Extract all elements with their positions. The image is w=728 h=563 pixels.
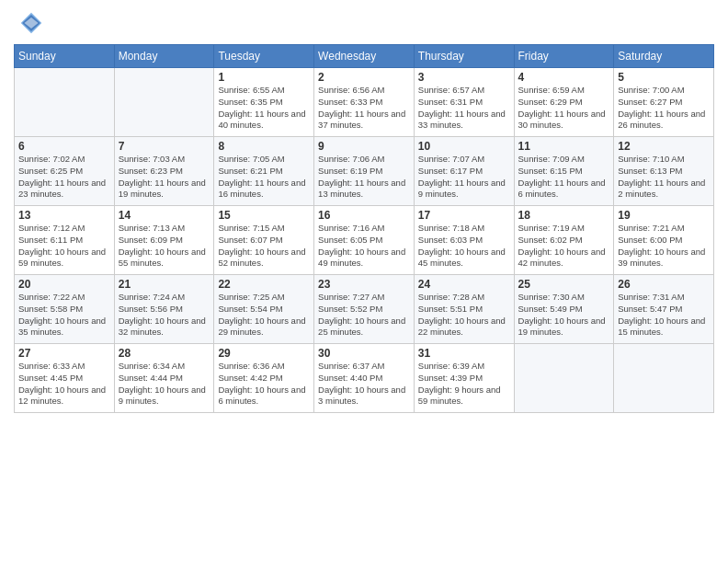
day-header-thursday: Thursday	[414, 45, 514, 68]
calendar-header: SundayMondayTuesdayWednesdayThursdayFrid…	[15, 45, 714, 68]
day-number: 26	[618, 278, 710, 291]
day-info: Sunrise: 6:33 AM Sunset: 4:45 PM Dayligh…	[18, 361, 110, 408]
calendar-cell: 3Sunrise: 6:57 AM Sunset: 6:31 PM Daylig…	[414, 68, 514, 137]
calendar-cell: 7Sunrise: 7:03 AM Sunset: 6:23 PM Daylig…	[114, 137, 214, 206]
calendar-cell: 8Sunrise: 7:05 AM Sunset: 6:21 PM Daylig…	[214, 137, 314, 206]
day-info: Sunrise: 7:18 AM Sunset: 6:03 PM Dayligh…	[418, 223, 510, 270]
calendar-cell: 14Sunrise: 7:13 AM Sunset: 6:09 PM Dayli…	[114, 206, 214, 275]
day-info: Sunrise: 7:07 AM Sunset: 6:17 PM Dayligh…	[418, 154, 510, 201]
day-number: 22	[218, 278, 310, 291]
day-info: Sunrise: 7:10 AM Sunset: 6:13 PM Dayligh…	[618, 154, 710, 201]
day-header-wednesday: Wednesday	[314, 45, 415, 68]
day-number: 29	[218, 347, 310, 360]
calendar-cell: 18Sunrise: 7:19 AM Sunset: 6:02 PM Dayli…	[514, 206, 614, 275]
header	[14, 9, 714, 37]
day-info: Sunrise: 7:28 AM Sunset: 5:51 PM Dayligh…	[418, 292, 510, 339]
calendar-cell: 11Sunrise: 7:09 AM Sunset: 6:15 PM Dayli…	[514, 137, 614, 206]
day-number: 15	[218, 209, 310, 222]
day-info: Sunrise: 6:56 AM Sunset: 6:33 PM Dayligh…	[318, 85, 410, 132]
day-info: Sunrise: 7:12 AM Sunset: 6:11 PM Dayligh…	[18, 223, 110, 270]
calendar-cell: 1Sunrise: 6:55 AM Sunset: 6:35 PM Daylig…	[214, 68, 314, 137]
day-info: Sunrise: 6:34 AM Sunset: 4:44 PM Dayligh…	[119, 361, 210, 408]
day-number: 11	[518, 140, 610, 153]
day-number: 3	[418, 71, 510, 84]
day-number: 7	[119, 140, 210, 153]
day-info: Sunrise: 6:55 AM Sunset: 6:35 PM Dayligh…	[218, 85, 310, 132]
calendar-cell: 16Sunrise: 7:16 AM Sunset: 6:05 PM Dayli…	[314, 206, 415, 275]
calendar-cell: 10Sunrise: 7:07 AM Sunset: 6:17 PM Dayli…	[414, 137, 514, 206]
calendar-cell: 29Sunrise: 6:36 AM Sunset: 4:42 PM Dayli…	[214, 344, 314, 413]
calendar-cell	[114, 68, 214, 137]
day-info: Sunrise: 7:02 AM Sunset: 6:25 PM Dayligh…	[18, 154, 110, 201]
day-info: Sunrise: 7:19 AM Sunset: 6:02 PM Dayligh…	[518, 223, 610, 270]
calendar-cell	[15, 68, 115, 137]
calendar-cell: 20Sunrise: 7:22 AM Sunset: 5:58 PM Dayli…	[15, 275, 115, 344]
calendar-cell: 27Sunrise: 6:33 AM Sunset: 4:45 PM Dayli…	[15, 344, 115, 413]
day-number: 4	[518, 71, 610, 84]
day-number: 25	[518, 278, 610, 291]
day-number: 8	[218, 140, 310, 153]
calendar-cell: 28Sunrise: 6:34 AM Sunset: 4:44 PM Dayli…	[114, 344, 214, 413]
day-info: Sunrise: 7:15 AM Sunset: 6:07 PM Dayligh…	[218, 223, 310, 270]
logo	[14, 9, 47, 37]
week-row-3: 13Sunrise: 7:12 AM Sunset: 6:11 PM Dayli…	[15, 206, 714, 275]
calendar-cell: 31Sunrise: 6:39 AM Sunset: 4:39 PM Dayli…	[414, 344, 514, 413]
day-number: 31	[418, 347, 510, 360]
logo-icon	[17, 9, 45, 37]
day-number: 20	[18, 278, 110, 291]
calendar-cell: 5Sunrise: 7:00 AM Sunset: 6:27 PM Daylig…	[614, 68, 714, 137]
day-number: 16	[318, 209, 410, 222]
calendar-cell: 25Sunrise: 7:30 AM Sunset: 5:49 PM Dayli…	[514, 275, 614, 344]
calendar-cell: 6Sunrise: 7:02 AM Sunset: 6:25 PM Daylig…	[15, 137, 115, 206]
day-info: Sunrise: 7:25 AM Sunset: 5:54 PM Dayligh…	[218, 292, 310, 339]
day-header-friday: Friday	[514, 45, 614, 68]
day-info: Sunrise: 7:05 AM Sunset: 6:21 PM Dayligh…	[218, 154, 310, 201]
day-number: 13	[18, 209, 110, 222]
day-header-sunday: Sunday	[15, 45, 115, 68]
day-header-row: SundayMondayTuesdayWednesdayThursdayFrid…	[15, 45, 714, 68]
day-number: 27	[18, 347, 110, 360]
calendar-cell: 2Sunrise: 6:56 AM Sunset: 6:33 PM Daylig…	[314, 68, 415, 137]
day-number: 5	[618, 71, 710, 84]
day-number: 30	[318, 347, 410, 360]
day-header-saturday: Saturday	[614, 45, 714, 68]
day-info: Sunrise: 7:22 AM Sunset: 5:58 PM Dayligh…	[18, 292, 110, 339]
day-number: 9	[318, 140, 410, 153]
calendar-cell: 22Sunrise: 7:25 AM Sunset: 5:54 PM Dayli…	[214, 275, 314, 344]
day-number: 19	[618, 209, 710, 222]
calendar-cell: 9Sunrise: 7:06 AM Sunset: 6:19 PM Daylig…	[314, 137, 415, 206]
day-info: Sunrise: 7:03 AM Sunset: 6:23 PM Dayligh…	[119, 154, 210, 201]
day-info: Sunrise: 7:13 AM Sunset: 6:09 PM Dayligh…	[119, 223, 210, 270]
calendar-cell: 15Sunrise: 7:15 AM Sunset: 6:07 PM Dayli…	[214, 206, 314, 275]
day-number: 10	[418, 140, 510, 153]
calendar-cell: 13Sunrise: 7:12 AM Sunset: 6:11 PM Dayli…	[15, 206, 115, 275]
calendar-cell: 30Sunrise: 6:37 AM Sunset: 4:40 PM Dayli…	[314, 344, 415, 413]
calendar-cell: 23Sunrise: 7:27 AM Sunset: 5:52 PM Dayli…	[314, 275, 415, 344]
day-info: Sunrise: 7:09 AM Sunset: 6:15 PM Dayligh…	[518, 154, 610, 201]
day-number: 6	[18, 140, 110, 153]
day-number: 2	[318, 71, 410, 84]
day-info: Sunrise: 6:37 AM Sunset: 4:40 PM Dayligh…	[318, 361, 410, 408]
day-info: Sunrise: 6:36 AM Sunset: 4:42 PM Dayligh…	[218, 361, 310, 408]
calendar-body: 1Sunrise: 6:55 AM Sunset: 6:35 PM Daylig…	[15, 68, 714, 413]
calendar-cell: 4Sunrise: 6:59 AM Sunset: 6:29 PM Daylig…	[514, 68, 614, 137]
calendar-cell: 26Sunrise: 7:31 AM Sunset: 5:47 PM Dayli…	[614, 275, 714, 344]
calendar-cell	[514, 344, 614, 413]
day-number: 28	[119, 347, 210, 360]
day-info: Sunrise: 7:31 AM Sunset: 5:47 PM Dayligh…	[618, 292, 710, 339]
calendar-cell: 24Sunrise: 7:28 AM Sunset: 5:51 PM Dayli…	[414, 275, 514, 344]
page: SundayMondayTuesdayWednesdayThursdayFrid…	[0, 0, 728, 563]
day-info: Sunrise: 7:24 AM Sunset: 5:56 PM Dayligh…	[119, 292, 210, 339]
day-info: Sunrise: 6:59 AM Sunset: 6:29 PM Dayligh…	[518, 85, 610, 132]
day-number: 24	[418, 278, 510, 291]
calendar-cell: 17Sunrise: 7:18 AM Sunset: 6:03 PM Dayli…	[414, 206, 514, 275]
day-header-monday: Monday	[114, 45, 214, 68]
day-info: Sunrise: 7:16 AM Sunset: 6:05 PM Dayligh…	[318, 223, 410, 270]
calendar-cell: 21Sunrise: 7:24 AM Sunset: 5:56 PM Dayli…	[114, 275, 214, 344]
day-number: 21	[119, 278, 210, 291]
calendar-table: SundayMondayTuesdayWednesdayThursdayFrid…	[14, 44, 714, 413]
day-info: Sunrise: 7:06 AM Sunset: 6:19 PM Dayligh…	[318, 154, 410, 201]
day-info: Sunrise: 7:21 AM Sunset: 6:00 PM Dayligh…	[618, 223, 710, 270]
day-info: Sunrise: 7:27 AM Sunset: 5:52 PM Dayligh…	[318, 292, 410, 339]
week-row-5: 27Sunrise: 6:33 AM Sunset: 4:45 PM Dayli…	[15, 344, 714, 413]
